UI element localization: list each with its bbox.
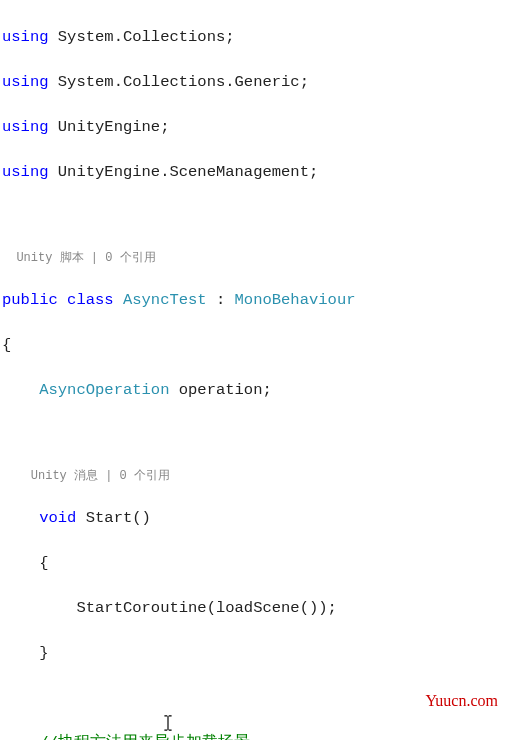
- keyword-using: using: [2, 118, 49, 136]
- brace-open: {: [2, 334, 502, 356]
- blank-line: [2, 687, 502, 709]
- codelens-hint[interactable]: Unity 消息 | 0 个引用: [2, 469, 502, 485]
- code-line: using System.Collections.Generic;: [2, 71, 502, 93]
- brace-open: {: [2, 552, 502, 574]
- type-asyncoperation: AsyncOperation: [39, 381, 169, 399]
- brace-close: }: [2, 642, 502, 664]
- keyword-class: class: [58, 291, 123, 309]
- code-line: AsyncOperation operation;: [2, 379, 502, 401]
- keyword-using: using: [2, 163, 49, 181]
- code-line: using UnityEngine;: [2, 116, 502, 138]
- codelens-hint[interactable]: Unity 脚本 | 0 个引用: [2, 251, 502, 267]
- code-line: using System.Collections;: [2, 26, 502, 48]
- keyword-using: using: [2, 28, 49, 46]
- keyword-public: public: [2, 291, 58, 309]
- code-line: //协程方法用来异步加载场景: [2, 732, 502, 740]
- type-async-test: AsyncTest: [123, 291, 207, 309]
- blank-line: [2, 424, 502, 446]
- type-monobehaviour: MonoBehaviour: [235, 291, 356, 309]
- keyword-using: using: [2, 73, 49, 91]
- keyword-void: void: [39, 509, 76, 527]
- code-line: using UnityEngine.SceneManagement;: [2, 161, 502, 183]
- code-line: StartCoroutine(loadScene());: [2, 597, 502, 619]
- code-line: void Start(): [2, 507, 502, 529]
- code-line: public class AsyncTest : MonoBehaviour: [2, 289, 502, 311]
- code-editor[interactable]: using System.Collections; using System.C…: [0, 0, 508, 740]
- blank-line: [2, 206, 502, 228]
- comment: //协程方法用来异步加载场景: [39, 734, 250, 740]
